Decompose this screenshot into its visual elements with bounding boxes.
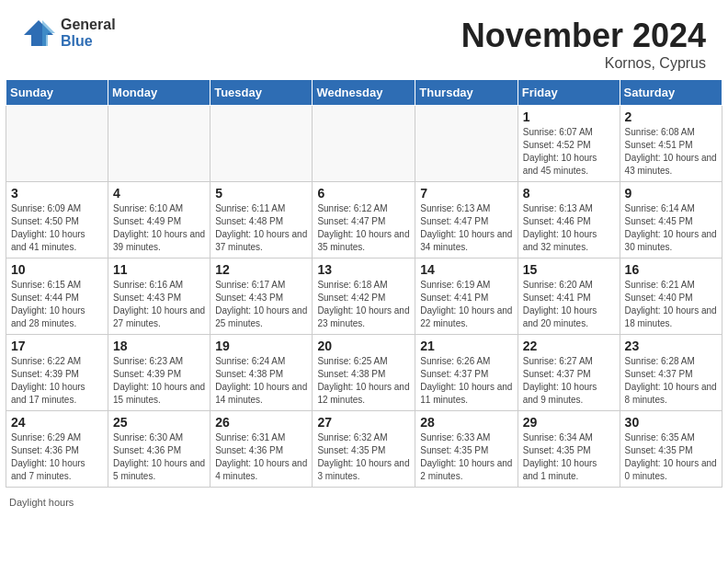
day-number: 23: [625, 339, 717, 353]
calendar-cell: 19Sunrise: 6:24 AM Sunset: 4:38 PM Dayli…: [210, 335, 313, 411]
day-info: Sunrise: 6:18 AM Sunset: 4:42 PM Dayligh…: [317, 279, 410, 330]
day-number: 12: [215, 262, 307, 277]
calendar-cell: 20Sunrise: 6:25 AM Sunset: 4:38 PM Dayli…: [313, 335, 415, 411]
day-info: Sunrise: 6:13 AM Sunset: 4:46 PM Dayligh…: [523, 202, 615, 254]
day-number: 18: [113, 339, 205, 353]
day-info: Sunrise: 6:22 AM Sunset: 4:39 PM Dayligh…: [11, 355, 103, 407]
day-number: 3: [11, 186, 103, 201]
header-monday: Monday: [108, 80, 210, 106]
calendar-cell: [108, 106, 210, 182]
calendar-cell: 17Sunrise: 6:22 AM Sunset: 4:39 PM Dayli…: [6, 335, 108, 411]
footer-note: Daylight hours: [0, 493, 728, 510]
day-number: 16: [625, 262, 717, 277]
calendar-cell: 14Sunrise: 6:19 AM Sunset: 4:41 PM Dayli…: [415, 259, 518, 335]
day-number: 19: [215, 339, 307, 353]
header-thursday: Thursday: [415, 80, 518, 106]
calendar-cell: 30Sunrise: 6:35 AM Sunset: 4:35 PM Dayli…: [620, 411, 722, 488]
calendar-cell: 6Sunrise: 6:12 AM Sunset: 4:47 PM Daylig…: [313, 182, 415, 259]
calendar-cell: 21Sunrise: 6:26 AM Sunset: 4:37 PM Dayli…: [415, 335, 518, 411]
calendar-cell: [415, 106, 518, 182]
day-info: Sunrise: 6:35 AM Sunset: 4:35 PM Dayligh…: [625, 431, 717, 483]
calendar-outer: Sunday Monday Tuesday Wednesday Thursday…: [0, 79, 728, 493]
logo-blue: Blue: [61, 33, 116, 50]
title-block: November 2024 Kornos, Cyprus: [461, 17, 706, 72]
logo-text: General Blue: [61, 17, 116, 49]
day-number: 17: [11, 339, 103, 353]
calendar-cell: 15Sunrise: 6:20 AM Sunset: 4:41 PM Dayli…: [518, 259, 620, 335]
logo: General Blue: [22, 17, 116, 50]
day-number: 9: [625, 186, 717, 201]
day-number: 13: [317, 262, 410, 277]
calendar-week-4: 17Sunrise: 6:22 AM Sunset: 4:39 PM Dayli…: [6, 335, 722, 411]
calendar-cell: [6, 106, 108, 182]
calendar-cell: 29Sunrise: 6:34 AM Sunset: 4:35 PM Dayli…: [518, 411, 620, 488]
day-number: 2: [625, 109, 717, 124]
day-number: 7: [420, 186, 512, 201]
day-info: Sunrise: 6:33 AM Sunset: 4:35 PM Dayligh…: [420, 431, 512, 483]
calendar-cell: 8Sunrise: 6:13 AM Sunset: 4:46 PM Daylig…: [518, 182, 620, 259]
day-number: 26: [215, 415, 307, 430]
day-number: 25: [113, 415, 205, 430]
day-info: Sunrise: 6:20 AM Sunset: 4:41 PM Dayligh…: [523, 279, 615, 330]
calendar-cell: 26Sunrise: 6:31 AM Sunset: 4:36 PM Dayli…: [210, 411, 313, 488]
day-info: Sunrise: 6:31 AM Sunset: 4:36 PM Dayligh…: [215, 431, 307, 483]
day-number: 21: [420, 339, 512, 353]
day-info: Sunrise: 6:13 AM Sunset: 4:47 PM Dayligh…: [420, 202, 512, 254]
day-info: Sunrise: 6:08 AM Sunset: 4:51 PM Dayligh…: [625, 126, 717, 178]
day-info: Sunrise: 6:11 AM Sunset: 4:48 PM Dayligh…: [215, 202, 307, 254]
day-number: 6: [317, 186, 410, 201]
calendar-week-5: 24Sunrise: 6:29 AM Sunset: 4:36 PM Dayli…: [6, 411, 722, 488]
page-container: General Blue November 2024 Kornos, Cypru…: [0, 0, 728, 510]
day-info: Sunrise: 6:12 AM Sunset: 4:47 PM Dayligh…: [317, 202, 410, 254]
calendar-cell: 16Sunrise: 6:21 AM Sunset: 4:40 PM Dayli…: [620, 259, 722, 335]
calendar-cell: 25Sunrise: 6:30 AM Sunset: 4:36 PM Dayli…: [108, 411, 210, 488]
day-info: Sunrise: 6:21 AM Sunset: 4:40 PM Dayligh…: [625, 279, 717, 330]
day-number: 8: [523, 186, 615, 201]
page-header: General Blue November 2024 Kornos, Cypru…: [0, 0, 728, 79]
calendar-cell: 18Sunrise: 6:23 AM Sunset: 4:39 PM Dayli…: [108, 335, 210, 411]
calendar-cell: 5Sunrise: 6:11 AM Sunset: 4:48 PM Daylig…: [210, 182, 313, 259]
calendar-cell: 23Sunrise: 6:28 AM Sunset: 4:37 PM Dayli…: [620, 335, 722, 411]
calendar-cell: 24Sunrise: 6:29 AM Sunset: 4:36 PM Dayli…: [6, 411, 108, 488]
svg-marker-1: [42, 20, 55, 46]
calendar-cell: 28Sunrise: 6:33 AM Sunset: 4:35 PM Dayli…: [415, 411, 518, 488]
day-number: 5: [215, 186, 307, 201]
day-number: 4: [113, 186, 205, 201]
header-wednesday: Wednesday: [313, 80, 415, 106]
day-info: Sunrise: 6:30 AM Sunset: 4:36 PM Dayligh…: [113, 431, 205, 483]
day-info: Sunrise: 6:32 AM Sunset: 4:35 PM Dayligh…: [317, 431, 410, 483]
calendar-cell: [210, 106, 313, 182]
day-info: Sunrise: 6:19 AM Sunset: 4:41 PM Dayligh…: [420, 279, 512, 330]
day-number: 15: [523, 262, 615, 277]
calendar-week-3: 10Sunrise: 6:15 AM Sunset: 4:44 PM Dayli…: [6, 259, 722, 335]
day-number: 30: [625, 415, 717, 430]
calendar-cell: 7Sunrise: 6:13 AM Sunset: 4:47 PM Daylig…: [415, 182, 518, 259]
calendar-cell: 2Sunrise: 6:08 AM Sunset: 4:51 PM Daylig…: [620, 106, 722, 182]
day-info: Sunrise: 6:29 AM Sunset: 4:36 PM Dayligh…: [11, 431, 103, 483]
day-info: Sunrise: 6:07 AM Sunset: 4:52 PM Dayligh…: [523, 126, 615, 178]
day-number: 14: [420, 262, 512, 277]
day-number: 20: [317, 339, 410, 353]
calendar-cell: 22Sunrise: 6:27 AM Sunset: 4:37 PM Dayli…: [518, 335, 620, 411]
day-info: Sunrise: 6:10 AM Sunset: 4:49 PM Dayligh…: [113, 202, 205, 254]
day-number: 28: [420, 415, 512, 430]
day-info: Sunrise: 6:26 AM Sunset: 4:37 PM Dayligh…: [420, 355, 512, 407]
day-info: Sunrise: 6:16 AM Sunset: 4:43 PM Dayligh…: [113, 279, 205, 330]
day-number: 10: [11, 262, 103, 277]
calendar-cell: 10Sunrise: 6:15 AM Sunset: 4:44 PM Dayli…: [6, 259, 108, 335]
calendar-week-2: 3Sunrise: 6:09 AM Sunset: 4:50 PM Daylig…: [6, 182, 722, 259]
calendar-cell: 1Sunrise: 6:07 AM Sunset: 4:52 PM Daylig…: [518, 106, 620, 182]
day-info: Sunrise: 6:27 AM Sunset: 4:37 PM Dayligh…: [523, 355, 615, 407]
header-friday: Friday: [518, 80, 620, 106]
header-sunday: Sunday: [6, 80, 108, 106]
calendar-cell: 11Sunrise: 6:16 AM Sunset: 4:43 PM Dayli…: [108, 259, 210, 335]
month-title: November 2024: [461, 17, 706, 55]
day-number: 29: [523, 415, 615, 430]
header-saturday: Saturday: [620, 80, 722, 106]
day-number: 1: [523, 109, 615, 124]
calendar-cell: 9Sunrise: 6:14 AM Sunset: 4:45 PM Daylig…: [620, 182, 722, 259]
header-tuesday: Tuesday: [210, 80, 313, 106]
logo-icon: [22, 17, 55, 50]
day-number: 22: [523, 339, 615, 353]
day-info: Sunrise: 6:09 AM Sunset: 4:50 PM Dayligh…: [11, 202, 103, 254]
